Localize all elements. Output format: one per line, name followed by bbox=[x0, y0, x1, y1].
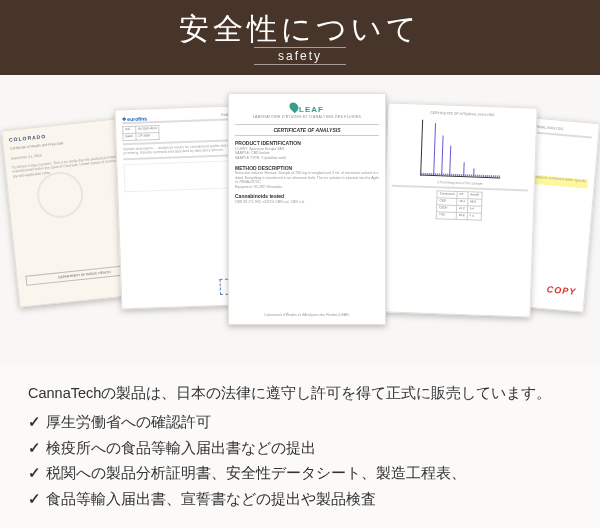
cert-eurofins-brand: eurofins bbox=[127, 115, 147, 122]
cert-leaf-footer: Laboratoire d'Études et d'Analyses des F… bbox=[235, 313, 379, 318]
cert-chromatogram: CERTIFICATE OF INTERNAL ANALYSIS Chromat… bbox=[380, 102, 537, 317]
cert-leaf-sec-b-body: Extraction solvent: Hexane. Sample of 20… bbox=[235, 171, 379, 189]
cert-leaf-brand-sub: LABORATOIRE D'ÉTUDES ET D'ANALYSES DES F… bbox=[235, 115, 379, 120]
safety-text-block: CannaTechの製品は、日本の法律に遵守し許可を得て正式に販売しています。 … bbox=[0, 365, 600, 522]
list-item: 税関への製品分析証明書、安全性データシート、製造工程表、 bbox=[28, 461, 572, 486]
cert-leaf-sec-a-body: CLIENT: Spectrum Europe SAS SAMPLE: CBD … bbox=[235, 147, 379, 161]
cert-chrom-table: CompoundRTArea% CBD12.498.9 CBDV10.20.4 … bbox=[436, 190, 483, 220]
cert-chrom-title: CERTIFICATE OF INTERNAL ANALYSIS bbox=[394, 110, 530, 119]
compliance-bullet-list: 厚生労働省への確認許可 検疫所への食品等輸入届出書などの提出 税関への製品分析証… bbox=[28, 410, 572, 512]
list-item: 厚生労働省への確認許可 bbox=[28, 410, 572, 435]
list-item: 食品等輸入届出書、宣誓書などの提出や製品検査 bbox=[28, 487, 572, 512]
cert-eurofins-table: Ref03-2019-0834 BatchCR-2930 bbox=[122, 125, 160, 141]
chromatogram-plot bbox=[420, 119, 502, 178]
cert-leaf-coa: LEAF LABORATOIRE D'ÉTUDES ET D'ANALYSES … bbox=[228, 93, 386, 325]
certificates-collage: COLORADO Certificate of Health and Free … bbox=[0, 75, 600, 365]
page-title-en: safety bbox=[254, 47, 346, 65]
seal-icon bbox=[35, 169, 86, 220]
cert-leaf-brand: LEAF bbox=[299, 105, 324, 114]
intro-paragraph: CannaTechの製品は、日本の法律に遵守し許可を得て正式に販売しています。 bbox=[28, 381, 572, 406]
page-header: 安全性について safety bbox=[0, 0, 600, 75]
cert-leaf-heading: CERTIFICATE OF ANALYSIS bbox=[235, 124, 379, 137]
list-item: 検疫所への食品等輸入届出書などの提出 bbox=[28, 436, 572, 461]
page-title-ja: 安全性について bbox=[0, 12, 600, 45]
copy-stamp: COPY bbox=[546, 285, 576, 299]
